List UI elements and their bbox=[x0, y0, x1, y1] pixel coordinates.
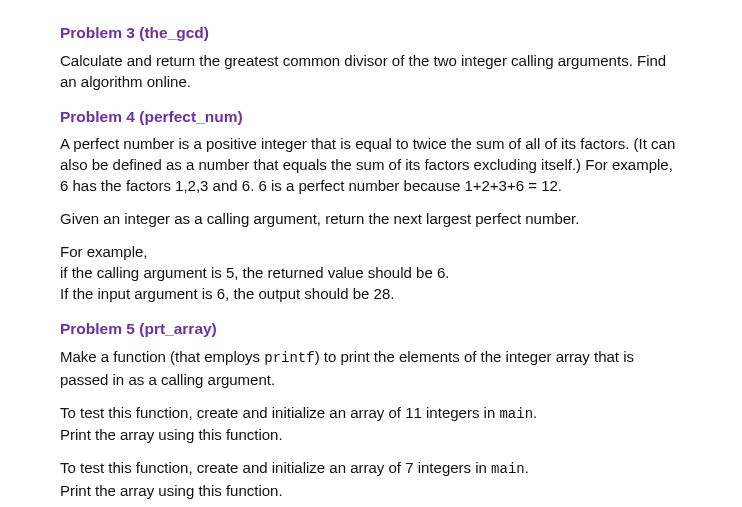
problem-5-para-0: Make a function (that employs printf) to… bbox=[60, 346, 682, 390]
code-inline: main bbox=[499, 406, 533, 422]
problem-4-para-0: A perfect number is a positive integer t… bbox=[60, 133, 682, 196]
problem-5-section: Problem 5 (prt_array) Make a function (t… bbox=[60, 318, 682, 500]
problem-3-section: Problem 3 (the_gcd) Calculate and return… bbox=[60, 22, 682, 92]
problem-4-heading: Problem 4 (perfect_num) bbox=[60, 106, 682, 128]
problem-4-para-1: Given an integer as a calling argument, … bbox=[60, 208, 682, 229]
code-inline: printf bbox=[264, 350, 314, 366]
problem-3-para-0: Calculate and return the greatest common… bbox=[60, 50, 682, 92]
problem-3-heading: Problem 3 (the_gcd) bbox=[60, 22, 682, 44]
problem-5-para-2: To test this function, create and initia… bbox=[60, 457, 682, 501]
problem-4-section: Problem 4 (perfect_num) A perfect number… bbox=[60, 106, 682, 305]
problem-5-heading: Problem 5 (prt_array) bbox=[60, 318, 682, 340]
problem-5-para-1: To test this function, create and initia… bbox=[60, 402, 682, 446]
problem-4-para-2: For example,if the calling argument is 5… bbox=[60, 241, 682, 304]
code-inline: main bbox=[491, 461, 525, 477]
